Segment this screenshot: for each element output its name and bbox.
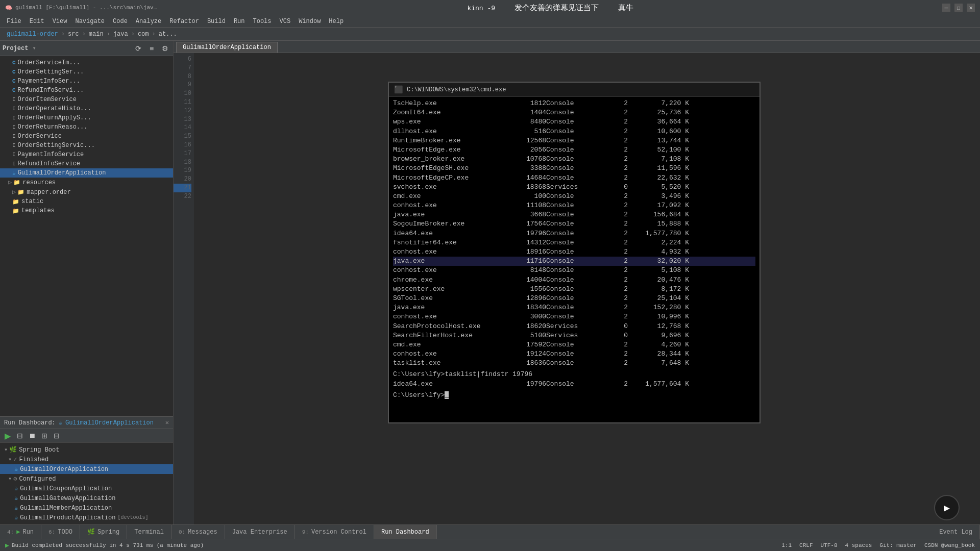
tree-item-gulimallorderapplication[interactable]: ☕ GulimallOrderApplication xyxy=(0,168,173,178)
breadcrumb-main[interactable]: main xyxy=(89,31,104,38)
tree-item-static[interactable]: 📁 static xyxy=(0,197,173,206)
menu-tools[interactable]: Tools xyxy=(249,17,276,26)
title-bar: 🧠 gulimall [F:\gulimall] - ...\src\main\… xyxy=(0,0,980,15)
bottom-tab-event-log[interactable]: Event Log xyxy=(932,525,980,539)
tree-item-refundinfo[interactable]: C RefundInfoServi... xyxy=(0,86,173,95)
sync-button[interactable]: ⟳ xyxy=(133,43,144,54)
vcs[interactable]: Git: master xyxy=(879,542,917,548)
tree-item-orderreturnreason[interactable]: I OrderReturnReaso... xyxy=(0,122,173,132)
run-app-gulimallorder[interactable]: ☕ GulimallOrderApplication xyxy=(0,464,173,474)
cmd-window: ⬛ C:\WINDOWS\system32\cmd.exe TscHelp.ex… xyxy=(388,82,761,423)
tree-item-orderserviceim[interactable]: C OrderServiceIm... xyxy=(0,58,173,67)
menu-help[interactable]: Help xyxy=(325,17,348,26)
bottom-tab-messages[interactable]: 0: Messages xyxy=(172,525,225,539)
bottom-tab-version-control[interactable]: 9: Version Control xyxy=(295,525,374,539)
tree-item-paymentinfoserv[interactable]: C PaymentInfoSer... xyxy=(0,77,173,86)
bottom-tab-terminal[interactable]: Terminal xyxy=(127,525,172,539)
tree-item-paymentinfoservice[interactable]: I PaymentInfoService xyxy=(0,150,173,159)
bottom-tab-run-dashboard[interactable]: Run Dashboard xyxy=(374,525,437,539)
run-app-product[interactable]: ☕ GulimallProductApplication [devtools] xyxy=(0,513,173,522)
run-filter-button[interactable]: ⊟ xyxy=(51,430,62,441)
run-app-member[interactable]: ☕ GulimallMemberApplication xyxy=(0,503,173,513)
position-indicator[interactable]: 1:1 xyxy=(781,542,792,548)
tree-item-orderitemservice[interactable]: I OrderItemService xyxy=(0,95,173,104)
settings-button[interactable]: ⚙ xyxy=(159,43,170,54)
menu-analyze[interactable]: Analyze xyxy=(132,17,165,26)
minimize-button[interactable]: ─ xyxy=(942,4,950,12)
cmd-pid: 1812 xyxy=(505,99,546,108)
run-app-gateway[interactable]: ☕ GulimallGatewayApplication xyxy=(0,493,173,503)
run-app-coupon[interactable]: ☕ GulimallCouponApplication xyxy=(0,484,173,493)
tab-gulimallorderapplication[interactable]: GulimallOrderApplication xyxy=(176,42,278,53)
menu-window[interactable]: Window xyxy=(295,17,325,26)
close-button[interactable]: ✕ xyxy=(967,4,975,12)
app-class-icon: ☕ xyxy=(12,170,16,177)
bottom-tab-todo[interactable]: 6: TODO xyxy=(41,525,80,539)
menu-navigate[interactable]: Navigate xyxy=(71,17,109,26)
tree-item-orderoperatehistory[interactable]: I OrderOperateHisto... xyxy=(0,104,173,113)
cmd-session-type: Console xyxy=(546,136,607,145)
breadcrumb-com[interactable]: com xyxy=(138,31,149,38)
tree-item-templates[interactable]: 📁 templates xyxy=(0,206,173,215)
cmd-mem-usage: 156,684 K xyxy=(628,210,689,219)
maximize-button[interactable]: □ xyxy=(954,4,963,12)
cmd-mem-usage: 8,172 K xyxy=(628,285,689,294)
bottom-tab-spring[interactable]: 🌿 Spring xyxy=(80,525,127,539)
menu-vcs[interactable]: VCS xyxy=(276,17,295,26)
cmd-mem-usage: 2,224 K xyxy=(628,238,689,247)
tree-item-ordersettingservice[interactable]: I OrderSettingServic... xyxy=(0,141,173,150)
project-chevron[interactable]: ▾ xyxy=(32,44,36,52)
project-toolbar: Project ▾ ⟳ ≡ ⚙ xyxy=(0,41,173,56)
video-play-button[interactable]: ▶ xyxy=(934,495,960,520)
encoding[interactable]: UTF-8 xyxy=(821,542,838,548)
menu-file[interactable]: File xyxy=(3,17,26,26)
cmd-session-num: 2 xyxy=(607,266,628,275)
cmd-mem-usage: 7,108 K xyxy=(628,155,689,164)
tree-item-refundinfoservice[interactable]: I RefundInfoService xyxy=(0,159,173,168)
menu-code[interactable]: Code xyxy=(109,17,132,26)
cmd-session-num: 0 xyxy=(607,331,628,340)
line-ending[interactable]: CRLF xyxy=(799,542,813,548)
cmd-title-bar[interactable]: ⬛ C:\WINDOWS\system32\cmd.exe xyxy=(389,83,760,97)
app-label-member: GulimallMemberApplication xyxy=(20,505,112,512)
cmd-prompt-2[interactable]: C:\Users\lfy>_ xyxy=(393,391,755,400)
tree-item-orderreturnapply[interactable]: I OrderReturnApplyS... xyxy=(0,113,173,122)
breadcrumb-project[interactable]: gulimall-order xyxy=(7,31,58,38)
java-enterprise-tab-label: Java Enterprise xyxy=(232,529,287,536)
tree-item-resources[interactable]: ▷ 📁 resources xyxy=(0,178,173,187)
top-right-text: 真牛 xyxy=(618,4,633,13)
breadcrumb-src[interactable]: src xyxy=(68,31,79,38)
cmd-content[interactable]: TscHelp.exe 1812 Console 2 7,220 K ZoomI… xyxy=(389,97,760,422)
cmd-process-name: java.exe xyxy=(393,303,505,312)
tree-item-orderservice[interactable]: I OrderService xyxy=(0,132,173,141)
cmd-process-name: SogouImeBroker.exe xyxy=(393,219,505,229)
collapse-button[interactable]: ≡ xyxy=(146,43,157,54)
run-layout-button[interactable]: ⊟ xyxy=(14,430,26,441)
bottom-tab-run[interactable]: 4: ▶ Run xyxy=(0,525,41,539)
tree-item-ordersettingserv[interactable]: C OrderSettingSer... xyxy=(0,67,173,77)
breadcrumb-at[interactable]: at... xyxy=(159,31,177,38)
run-grid-button[interactable]: ⊞ xyxy=(39,430,50,441)
cmd-mem-usage: 13,744 K xyxy=(628,136,689,145)
indent[interactable]: 4 spaces xyxy=(845,542,872,548)
interface-icon: I xyxy=(12,152,16,158)
run-close-icon[interactable]: ✕ xyxy=(165,419,169,427)
run-stop-button[interactable]: ⏹ xyxy=(27,430,38,441)
cmd-mem-usage: 152,280 K xyxy=(628,303,689,312)
breadcrumb-java[interactable]: java xyxy=(113,31,128,38)
collapse-icon: ▷ xyxy=(8,179,12,186)
menu-build[interactable]: Build xyxy=(203,17,230,26)
run-spring-boot[interactable]: ▾ 🌿 Spring Boot xyxy=(0,445,173,455)
menu-run[interactable]: Run xyxy=(230,17,249,26)
menu-view[interactable]: View xyxy=(48,17,71,26)
run-app-icon: ☕ xyxy=(59,419,62,427)
cmd-process-name: wps.exe xyxy=(393,117,505,127)
run-configured[interactable]: ▾ ⚙ Configured xyxy=(0,474,173,484)
menu-refactor[interactable]: Refactor xyxy=(165,17,203,26)
tree-item-mapper-order[interactable]: ▷ 📁 mapper.order xyxy=(0,187,173,197)
run-finished[interactable]: ▾ ✓ Finished xyxy=(0,455,173,464)
cmd-pid: 18916 xyxy=(505,247,546,257)
bottom-tab-java-enterprise[interactable]: Java Enterprise xyxy=(225,525,295,539)
run-play-button[interactable]: ▶ xyxy=(2,430,13,441)
menu-edit[interactable]: Edit xyxy=(26,17,48,26)
